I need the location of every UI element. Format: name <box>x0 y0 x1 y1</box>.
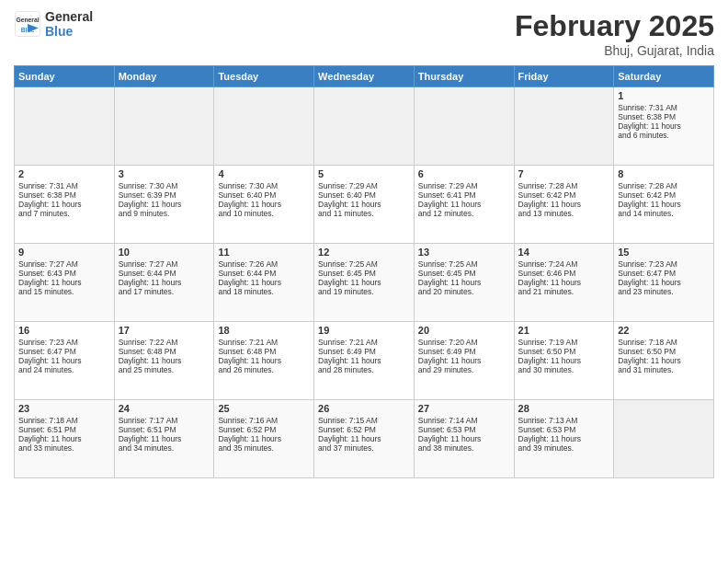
day-info: Daylight: 11 hours <box>18 200 110 209</box>
day-info: Daylight: 11 hours <box>18 434 110 443</box>
day-number: 8 <box>618 168 710 179</box>
day-info: Daylight: 11 hours <box>618 121 710 131</box>
day-info: Daylight: 11 hours <box>318 278 410 287</box>
day-info: Daylight: 11 hours <box>518 278 610 287</box>
day-info: and 39 minutes. <box>518 443 610 453</box>
day-number: 7 <box>518 168 610 179</box>
weekday-header-thursday: Thursday <box>414 66 514 87</box>
day-number: 13 <box>418 247 510 258</box>
day-info: and 21 minutes. <box>518 287 610 296</box>
day-info: Sunset: 6:50 PM <box>518 347 610 356</box>
day-number: 12 <box>318 247 410 258</box>
day-info: Sunset: 6:51 PM <box>119 425 210 434</box>
day-info: Sunset: 6:47 PM <box>618 269 710 278</box>
calendar-cell: 18Sunrise: 7:21 AMSunset: 6:48 PMDayligh… <box>214 322 314 400</box>
day-info: Daylight: 11 hours <box>418 278 510 287</box>
day-info: Daylight: 11 hours <box>18 356 110 365</box>
day-info: Sunset: 6:39 PM <box>119 190 210 200</box>
day-number: 24 <box>119 403 210 414</box>
day-info: Sunrise: 7:16 AM <box>218 416 310 425</box>
day-info: Sunset: 6:48 PM <box>218 347 310 356</box>
calendar-body: 1Sunrise: 7:31 AMSunset: 6:38 PMDaylight… <box>15 87 714 478</box>
day-info: and 30 minutes. <box>518 365 610 374</box>
day-info: and 28 minutes. <box>318 365 410 374</box>
weekday-header-sunday: Sunday <box>15 66 115 87</box>
day-info: Sunset: 6:47 PM <box>18 347 110 356</box>
day-info: Daylight: 11 hours <box>618 278 710 287</box>
calendar-cell: 3Sunrise: 7:30 AMSunset: 6:39 PMDaylight… <box>114 166 214 244</box>
day-info: Sunrise: 7:30 AM <box>218 181 310 190</box>
day-info: and 11 minutes. <box>318 209 410 218</box>
logo-icon: General Blue <box>14 10 41 38</box>
day-info: Daylight: 11 hours <box>218 356 310 365</box>
day-info: Sunset: 6:46 PM <box>518 269 610 278</box>
day-info: Sunrise: 7:27 AM <box>119 259 210 269</box>
calendar-cell: 19Sunrise: 7:21 AMSunset: 6:49 PMDayligh… <box>314 322 415 400</box>
day-info: and 9 minutes. <box>119 209 210 218</box>
day-info: Sunset: 6:41 PM <box>418 190 510 200</box>
day-info: Sunset: 6:53 PM <box>418 425 510 434</box>
calendar-week-row: 16Sunrise: 7:23 AMSunset: 6:47 PMDayligh… <box>15 322 714 400</box>
day-info: Daylight: 11 hours <box>318 200 410 209</box>
weekday-header-saturday: Saturday <box>614 66 714 87</box>
day-info: Daylight: 11 hours <box>318 356 410 365</box>
calendar-cell <box>214 87 314 166</box>
day-info: Sunrise: 7:21 AM <box>218 338 310 347</box>
day-info: Daylight: 11 hours <box>18 278 110 287</box>
day-number: 14 <box>518 247 610 258</box>
day-number: 3 <box>119 168 210 179</box>
day-info: and 29 minutes. <box>418 365 510 374</box>
calendar-subtitle: Bhuj, Gujarat, India <box>515 43 714 58</box>
calendar-week-row: 9Sunrise: 7:27 AMSunset: 6:43 PMDaylight… <box>15 244 714 322</box>
calendar-cell: 11Sunrise: 7:26 AMSunset: 6:44 PMDayligh… <box>214 244 314 322</box>
day-info: Sunrise: 7:23 AM <box>618 259 710 269</box>
day-info: Sunrise: 7:25 AM <box>418 259 510 269</box>
day-info: Daylight: 11 hours <box>418 200 510 209</box>
day-info: Sunrise: 7:15 AM <box>318 416 410 425</box>
day-info: and 18 minutes. <box>218 287 310 296</box>
day-info: and 34 minutes. <box>119 443 210 453</box>
calendar-week-row: 23Sunrise: 7:18 AMSunset: 6:51 PMDayligh… <box>15 400 714 478</box>
day-info: Sunset: 6:52 PM <box>318 425 410 434</box>
svg-text:Blue: Blue <box>21 27 35 33</box>
calendar-title: February 2025 <box>515 9 714 43</box>
day-info: Sunrise: 7:20 AM <box>418 338 510 347</box>
title-block: February 2025 Bhuj, Gujarat, India <box>515 9 714 58</box>
day-number: 4 <box>218 168 310 179</box>
day-info: Sunset: 6:51 PM <box>18 425 110 434</box>
day-info: Daylight: 11 hours <box>618 356 710 365</box>
calendar-cell: 21Sunrise: 7:19 AMSunset: 6:50 PMDayligh… <box>514 322 614 400</box>
day-number: 25 <box>218 403 310 414</box>
day-info: and 6 minutes. <box>618 131 710 140</box>
day-info: Daylight: 11 hours <box>318 434 410 443</box>
day-info: and 7 minutes. <box>18 209 110 218</box>
day-info: Sunrise: 7:29 AM <box>318 181 410 190</box>
calendar-cell: 20Sunrise: 7:20 AMSunset: 6:49 PMDayligh… <box>414 322 514 400</box>
day-info: Sunrise: 7:18 AM <box>618 338 710 347</box>
day-info: Sunset: 6:45 PM <box>318 269 410 278</box>
calendar-cell: 14Sunrise: 7:24 AMSunset: 6:46 PMDayligh… <box>514 244 614 322</box>
logo-text: General Blue <box>45 9 93 39</box>
day-info: Sunrise: 7:22 AM <box>119 338 210 347</box>
calendar-header: SundayMondayTuesdayWednesdayThursdayFrid… <box>15 66 714 87</box>
calendar-cell: 22Sunrise: 7:18 AMSunset: 6:50 PMDayligh… <box>614 322 714 400</box>
day-info: and 35 minutes. <box>218 443 310 453</box>
page: General Blue General Blue February 2025 … <box>0 0 728 563</box>
day-number: 2 <box>18 168 110 179</box>
calendar-table: SundayMondayTuesdayWednesdayThursdayFrid… <box>14 65 714 478</box>
day-info: Daylight: 11 hours <box>218 200 310 209</box>
day-info: and 24 minutes. <box>18 365 110 374</box>
calendar-cell: 5Sunrise: 7:29 AMSunset: 6:40 PMDaylight… <box>314 166 415 244</box>
day-info: and 33 minutes. <box>18 443 110 453</box>
day-info: Sunrise: 7:30 AM <box>119 181 210 190</box>
calendar-cell: 13Sunrise: 7:25 AMSunset: 6:45 PMDayligh… <box>414 244 514 322</box>
day-number: 11 <box>218 247 310 258</box>
day-info: Sunset: 6:38 PM <box>18 190 110 200</box>
calendar-cell <box>114 87 214 166</box>
day-info: Sunrise: 7:23 AM <box>18 338 110 347</box>
weekday-header-monday: Monday <box>114 66 214 87</box>
day-info: Daylight: 11 hours <box>518 434 610 443</box>
day-info: Sunrise: 7:19 AM <box>518 338 610 347</box>
calendar-cell <box>614 400 714 478</box>
day-info: Sunset: 6:45 PM <box>418 269 510 278</box>
